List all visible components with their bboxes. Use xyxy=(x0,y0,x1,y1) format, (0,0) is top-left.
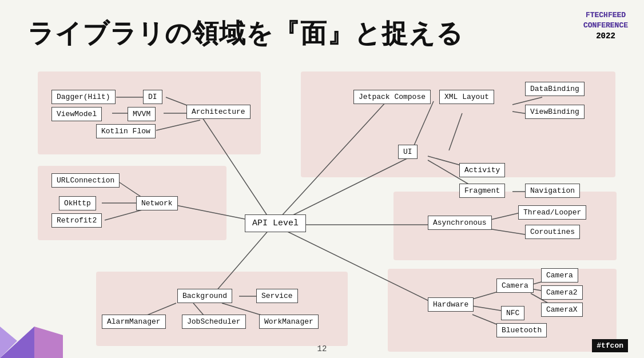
mvvm-box: MVVM xyxy=(128,107,156,121)
asynchronous-box: Asynchronous xyxy=(428,216,492,230)
navigation-box: Navigation xyxy=(525,184,580,198)
viewmodel-box: ViewModel xyxy=(51,107,102,121)
kotlin-flow-box: Kotlin Flow xyxy=(96,124,156,138)
xml-layout-box: XML Layout xyxy=(439,90,494,104)
viewbinding-box: ViewBinding xyxy=(525,105,585,119)
network-box: Network xyxy=(136,196,178,210)
conference-logo: FTECHFEED CONFERENCE 2022 xyxy=(583,10,628,42)
slide: ライブラリの領域を『面』と捉える FTECHFEED CONFERENCE 20… xyxy=(0,0,644,358)
thread-looper-box: Thread/Looper xyxy=(518,205,586,220)
coroutines-box: Coroutines xyxy=(525,225,580,239)
page-number: 12 xyxy=(317,344,327,353)
logo-text-2: CONFERENCE xyxy=(583,21,628,31)
ui-box: UI xyxy=(398,145,418,159)
alarm-manager-box: AlarmManager xyxy=(102,315,166,329)
fragment-box: Fragment xyxy=(459,184,505,198)
svg-marker-36 xyxy=(34,327,63,358)
job-scheduler-box: JobScheduler xyxy=(182,315,246,329)
diagram: API Level Architecture Dagger(Hilt) DI V… xyxy=(27,66,628,341)
async-panel xyxy=(393,192,617,260)
architecture-box: Architecture xyxy=(186,105,251,119)
background-panel xyxy=(96,272,348,346)
databinding-box: DataBinding xyxy=(525,82,585,96)
activity-box: Activity xyxy=(459,163,505,177)
jetpack-compose-box: Jetpack Compose xyxy=(353,90,431,104)
bluetooth-box: Bluetooth xyxy=(496,323,547,337)
slide-title: ライブラリの領域を『面』と捉える xyxy=(27,16,463,51)
di-box: DI xyxy=(143,90,162,104)
urlconnection-box: URLConnection xyxy=(51,173,120,188)
hardware-box: Hardware xyxy=(428,297,474,312)
camera2-box: Camera2 xyxy=(541,285,583,300)
hashtag-badge: #tfcon xyxy=(592,339,628,352)
retrofit2-box: Retrofit2 xyxy=(51,213,102,228)
triangle-logo xyxy=(0,295,63,358)
logo-year-text: 2022 xyxy=(583,31,628,42)
camerax-box: CameraX xyxy=(541,303,583,317)
camera-group-box: Camera xyxy=(496,279,534,293)
camera-box: Camera xyxy=(541,268,578,283)
api-level-box: API Level xyxy=(245,214,306,232)
dagger-box: Dagger(Hilt) xyxy=(51,90,116,104)
nfc-box: NFC xyxy=(501,306,524,320)
background-box: Background xyxy=(177,289,232,303)
service-box: Service xyxy=(256,289,298,303)
logo-text-1: FTECHFEED xyxy=(583,10,628,21)
okhttp-box: OkHttp xyxy=(59,196,96,210)
work-manager-box: WorkManager xyxy=(259,315,319,329)
